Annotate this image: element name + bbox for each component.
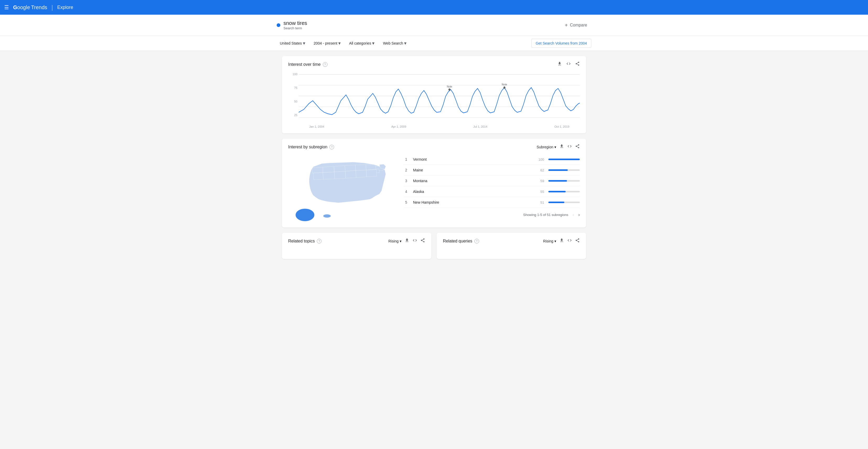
menu-icon[interactable]: ☰ xyxy=(4,4,9,10)
related-topics-selector[interactable]: Rising ▾ xyxy=(389,239,401,243)
subregion-name: Maine xyxy=(413,168,531,172)
subregion-item: 5 New Hampshire 51 xyxy=(404,197,580,208)
subregion-rank: 1 xyxy=(404,157,409,161)
related-topics-share-icon[interactable] xyxy=(421,238,425,244)
search-term-box[interactable]: snow tires Search term xyxy=(277,20,408,30)
related-queries-share-icon[interactable] xyxy=(575,238,580,244)
related-queries-download-icon[interactable] xyxy=(559,238,564,244)
related-queries-selector-arrow-icon: ▾ xyxy=(554,239,556,243)
interest-over-time-header: Interest over time ? xyxy=(288,61,580,67)
chart-container: Note Note xyxy=(299,71,580,124)
subregion-rank: 5 xyxy=(404,200,409,204)
search-type-label: Web Search xyxy=(383,41,403,45)
y-label-100: 100 xyxy=(288,73,298,76)
pagination-prev-icon[interactable]: ‹ xyxy=(572,212,574,218)
subregion-value: 100 xyxy=(535,158,544,161)
brand-logo: Google Trends xyxy=(13,4,47,10)
y-label-75: 75 xyxy=(288,86,298,89)
subregion-rank: 3 xyxy=(404,179,409,183)
time-range-arrow-icon: ▾ xyxy=(338,40,341,46)
related-queries-help-icon[interactable]: ? xyxy=(474,239,479,244)
subregion-rank: 4 xyxy=(404,190,409,194)
related-queries-selector-label: Rising xyxy=(543,239,553,243)
subregion-bar-container xyxy=(548,201,580,203)
subregion-embed-icon[interactable] xyxy=(567,144,572,150)
embed-icon[interactable] xyxy=(566,61,571,67)
related-queries-embed-icon[interactable] xyxy=(567,238,572,244)
search-term-sublabel: Search term xyxy=(283,26,307,30)
download-icon[interactable] xyxy=(557,61,562,67)
search-term-label: snow tires xyxy=(283,20,307,26)
subregion-bar xyxy=(548,180,567,182)
subregion-value: 59 xyxy=(535,179,544,183)
chart-x-labels: Jan 1, 2004 Apr 1, 2009 Jul 1, 2014 Oct … xyxy=(299,124,580,128)
header-divider: | xyxy=(52,4,53,11)
chart-area: 100 75 50 25 xyxy=(288,71,580,128)
subregion-value: 55 xyxy=(535,190,544,194)
subregion-item: 2 Maine 62 xyxy=(404,165,580,175)
interest-by-subregion-title: Interest by subregion xyxy=(288,145,327,150)
compare-label: Compare xyxy=(570,23,587,28)
svg-point-10 xyxy=(323,215,331,218)
subregion-bar-container xyxy=(548,191,580,192)
subregion-bar xyxy=(548,159,580,160)
related-topics-download-icon[interactable] xyxy=(405,238,409,244)
share-icon[interactable] xyxy=(575,61,580,67)
subregion-selector-label: Subregion xyxy=(536,145,553,149)
filters-bar: United States ▾ 2004 - present ▾ All cat… xyxy=(0,36,868,51)
get-search-volumes-button[interactable]: Get Search Volumes from 2004 xyxy=(531,39,591,48)
interest-by-subregion-title-area: Interest by subregion ? xyxy=(288,145,334,150)
related-topics-actions: Rising ▾ xyxy=(389,238,425,244)
subregion-name: Vermont xyxy=(413,157,531,161)
subregion-share-icon[interactable] xyxy=(575,144,580,150)
compare-box[interactable]: + Compare xyxy=(561,19,592,31)
time-range-filter[interactable]: 2004 - present ▾ xyxy=(310,39,344,48)
subregion-bar xyxy=(548,169,568,171)
subregion-header-right: Subregion ▾ xyxy=(536,144,580,150)
svg-text:Note: Note xyxy=(447,85,452,88)
related-row: Related topics ? Rising ▾ xyxy=(282,233,586,259)
subregion-bar-container xyxy=(548,169,580,171)
subregion-bar-container xyxy=(548,159,580,160)
search-type-filter[interactable]: Web Search ▾ xyxy=(380,39,410,48)
subregion-download-icon[interactable] xyxy=(559,144,564,150)
subregion-name: Montana xyxy=(413,179,531,183)
subregion-selector[interactable]: Subregion ▾ xyxy=(536,145,556,149)
x-label-2004: Jan 1, 2004 xyxy=(309,125,324,128)
interest-by-subregion-help-icon[interactable]: ? xyxy=(329,145,334,150)
related-topics-title-area: Related topics ? xyxy=(288,239,321,244)
categories-filter[interactable]: All categories ▾ xyxy=(346,39,378,48)
location-filter[interactable]: United States ▾ xyxy=(277,39,308,48)
related-queries-title: Related queries xyxy=(443,239,472,244)
related-queries-title-area: Related queries ? xyxy=(443,239,479,244)
search-term-text: snow tires Search term xyxy=(283,20,307,30)
search-bar-container: snow tires Search term + Compare xyxy=(0,15,868,36)
related-topics-title: Related topics xyxy=(288,239,315,244)
x-label-2019: Oct 1, 2019 xyxy=(554,125,569,128)
subregion-rank: 2 xyxy=(404,168,409,172)
interest-by-subregion-card: Interest by subregion ? Subregion ▾ xyxy=(282,139,586,227)
google-logo: Google xyxy=(13,4,30,10)
app-header: ☰ Google Trends | Explore xyxy=(0,0,868,15)
pagination-next-icon[interactable]: › xyxy=(578,212,580,218)
related-queries-selector[interactable]: Rising ▾ xyxy=(543,239,556,243)
interest-over-time-actions xyxy=(557,61,580,67)
related-topics-header: Related topics ? Rising ▾ xyxy=(288,238,425,244)
subregion-name: Alaska xyxy=(413,190,531,194)
y-label-25: 25 xyxy=(288,114,298,117)
related-queries-card: Related queries ? Rising ▾ xyxy=(437,233,586,259)
us-map-container xyxy=(288,154,393,222)
svg-point-6 xyxy=(503,87,505,89)
interest-over-time-help-icon[interactable]: ? xyxy=(323,62,328,67)
svg-text:Note: Note xyxy=(502,83,507,86)
related-topics-help-icon[interactable]: ? xyxy=(317,239,321,244)
subregion-bar xyxy=(548,191,566,192)
categories-label: All categories xyxy=(349,41,371,45)
location-label: United States xyxy=(280,41,302,45)
search-term-dot xyxy=(277,23,280,27)
related-topics-embed-icon[interactable] xyxy=(412,238,417,244)
search-type-arrow-icon: ▾ xyxy=(404,40,406,46)
subregion-list: 1 Vermont 100 2 Maine 62 xyxy=(404,154,580,218)
subregion-bar xyxy=(548,201,564,203)
subregion-item: 4 Alaska 55 xyxy=(404,186,580,197)
